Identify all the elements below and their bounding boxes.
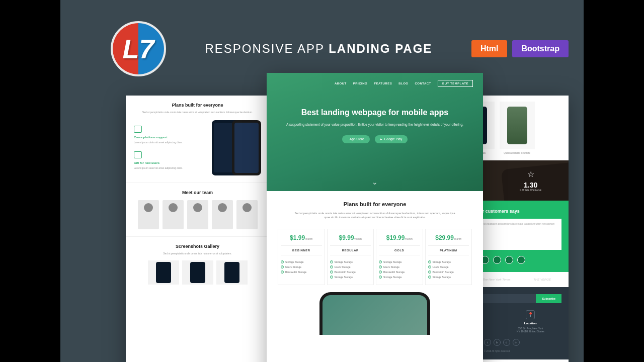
main-nav: ABOUT PRICING FEATURES BLOG CONTACT BUY … [277,80,473,87]
plan-feature: ✓Storage Storage [428,259,469,264]
tag-bootstrap: Bootstrap [512,40,569,57]
nav-features[interactable]: FEATURES [374,82,392,85]
check-icon: ✓ [428,270,431,274]
check-icon: ✓ [379,270,382,274]
gallery-thumbs [134,260,261,285]
plan-feature: ✓Storage Storage [428,275,469,280]
social-tw-icon[interactable]: t [484,339,491,346]
plan-feature: ✓Users Storage [281,264,322,269]
feat1-title: Cross platform support [134,136,211,139]
googleplay-button[interactable]: ▸Google Play [375,135,408,143]
gallery-thumb[interactable] [182,260,213,285]
phone-mockups [216,120,261,175]
monitor-icon [134,126,142,133]
plan-feature: ✓Bandwidth Storage [379,269,420,275]
social-li-icon[interactable]: in [513,339,520,346]
avatar[interactable] [517,256,525,264]
plans-sub: Sed ut perspiciatis unde omnis iste natu… [294,211,455,220]
footer-loc-title: Location [500,322,562,325]
check-icon: ✓ [281,270,284,274]
appstore-button[interactable]: App Store [342,135,370,143]
plan-feature: ✓Storage Storage [379,275,420,280]
preview-panel-center: ABOUT PRICING FEATURES BLOG CONTACT BUY … [267,73,483,362]
plan-card[interactable]: $29.99/monthPLATINUM✓Storage Storage✓Use… [425,229,472,285]
nav-blog[interactable]: BLOG [398,82,408,85]
plan-feature: ✓Users Storage [428,264,469,269]
page-title: RESPONSIVE APP LANDING PAGE [166,42,471,56]
header: L7 RESPONSIVE APP LANDING PAGE Html Boot… [111,21,569,76]
plan-tier: PLATINUM [428,245,469,255]
feat2-title: Gift for new users [134,161,211,164]
nav-about[interactable]: ABOUT [335,82,347,85]
plans-grid: $1.99/monthBEGINNER✓Storage Storage✓User… [278,229,472,285]
plan-price: $9.99/month [330,234,371,241]
check-icon: ✓ [330,260,333,263]
plan-price: $29.99/month [428,234,469,241]
check-icon: ✓ [330,265,333,268]
check-icon: ✓ [428,260,431,263]
plan-card[interactable]: $9.99/monthREGULAR✓Storage Storage✓Users… [327,229,374,285]
plan-price: $19.99/month [379,234,420,241]
nav-contact[interactable]: CONTACT [415,82,431,85]
team-member [138,200,159,229]
star-icon: ☆ [520,169,541,179]
plan-card[interactable]: $1.99/monthBEGINNER✓Storage Storage✓User… [278,229,325,285]
card-caption: Quasi architecto inventore [500,152,535,154]
stat-value: 1.30 [520,181,541,189]
subscribe-button[interactable]: Subscribe [536,294,561,303]
social-be-icon[interactable]: b [494,339,501,346]
play-icon: ▸ [380,137,382,141]
gallery-thumb[interactable] [216,260,248,285]
gallery-sub: Sed ut perspiciatis unde omnis iste natu… [134,252,261,255]
feat2-text: Lorem ipsum dolor sit amet adipiscing di… [134,166,211,170]
tech-tags: Html Bootstrap [471,40,569,57]
check-icon: ✓ [379,276,382,279]
plans-title: Plans built for everyone [278,201,472,207]
chevron-down-icon[interactable]: ⌄ [372,178,378,186]
left-plans-title: Plans built for everyone [134,103,261,108]
brand: THE VERGE [533,278,551,281]
team-member [236,200,258,229]
plan-feature: ✓Bandwidth Storage [428,269,469,275]
brand: The New York Times [482,278,511,281]
phone-mockup-2 [232,120,261,175]
check-icon: ✓ [330,276,333,279]
left-plans-sub: Sed ut perspiciatis unde omnis iste natu… [134,111,261,114]
feat1-text: Lorem ipsum dolor sit amet adipiscing di… [134,141,211,144]
gift-icon [134,151,142,158]
card-phone [500,102,535,149]
plan-tier: GOLD [379,245,420,255]
check-icon: ✓ [281,265,284,268]
tag-html: Html [471,40,508,57]
phone-showcase [319,292,430,335]
gallery-thumb[interactable] [148,260,179,285]
gallery-title: Screenshots Gallery [134,244,261,249]
hero: ABOUT PRICING FEATURES BLOG CONTACT BUY … [267,73,483,191]
team-member [163,200,184,229]
avatar[interactable] [493,256,501,264]
nav-pricing[interactable]: PRICING [353,82,368,85]
plan-tier: BEGINNER [281,245,322,255]
check-icon: ✓ [330,270,333,274]
plan-feature: ✓Storage Storage [330,259,371,264]
plan-feature: ✓Storage Storage [281,259,322,264]
check-icon: ✓ [281,260,284,263]
avatar[interactable] [505,256,513,264]
buy-template-button[interactable]: BUY TEMPLATE [438,80,473,87]
team-title: Meet our team [134,190,261,195]
check-icon: ✓ [428,276,431,279]
footer-loc: 350 5th Ave, New York NY 10118, United S… [500,327,562,333]
stat-label: RATING AVERAGE [520,189,541,192]
plan-card[interactable]: $19.99/monthGOLD✓Storage Storage✓Users S… [376,229,423,285]
social-dr-icon[interactable]: d [503,339,510,346]
stage: L7 RESPONSIVE APP LANDING PAGE Html Boot… [60,0,584,362]
hero-subtitle: A supporting statement of your value pro… [277,122,473,127]
plan-feature: ✓Storage Storage [330,275,371,280]
plan-price: $1.99/month [281,234,322,241]
team-member [212,200,233,229]
plan-feature: ✓Bandwidth Storage [330,269,371,275]
team-photos [134,200,261,229]
plan-feature: ✓Storage Storage [379,259,420,264]
brand-logo: L7 [111,21,166,76]
check-icon: ✓ [379,260,382,263]
